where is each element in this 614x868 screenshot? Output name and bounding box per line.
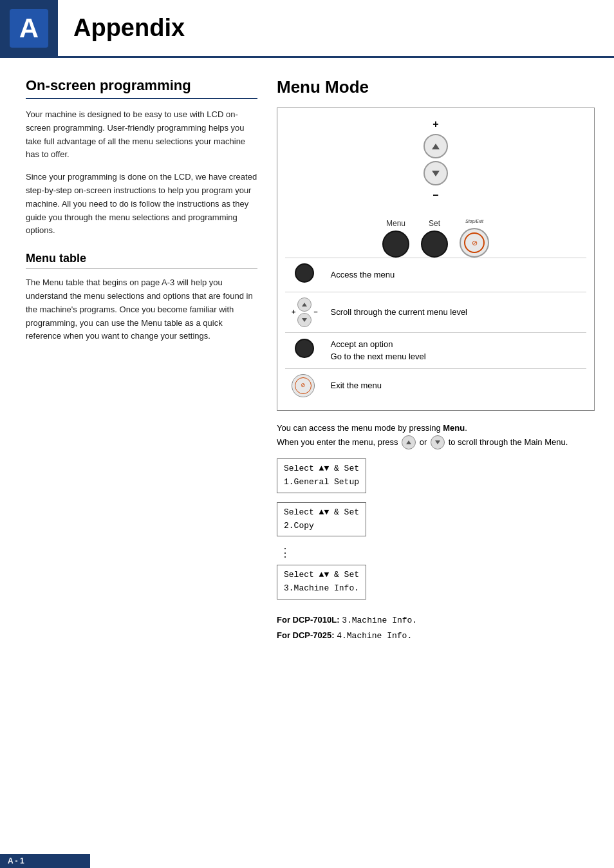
- buttons-illustration: + –: [285, 118, 586, 207]
- stop-icon: ⊘: [472, 239, 478, 247]
- main-content: On-screen programming Your machine is de…: [0, 58, 614, 663]
- header-letter-box: A: [0, 0, 58, 56]
- down-button[interactable]: [423, 161, 448, 185]
- stop-exit-button[interactable]: ⊘: [460, 228, 489, 258]
- page-title: Appendix: [73, 14, 185, 42]
- header-title-box: Appendix: [58, 0, 185, 56]
- dcp7010l-code: 3.Machine Info.: [342, 616, 417, 625]
- updown-desc-cell: Scroll through the current menu level: [324, 292, 586, 332]
- body-text-2: Since your programming is done on the LC…: [26, 171, 257, 238]
- left-column: On-screen programming Your machine is de…: [26, 77, 257, 644]
- scroll-text-2: or: [417, 437, 429, 447]
- table-row-updown: + – Scroll throu: [285, 292, 586, 332]
- header: A Appendix: [0, 0, 614, 58]
- menu-table-body: The Menu table that begins on page A-3 w…: [26, 276, 257, 343]
- menu-icon-cell: [285, 258, 324, 292]
- footer-notes: For DCP-7010L: 3.Machine Info. For DCP-7…: [277, 612, 595, 644]
- stop-inner-small: ⊘: [295, 377, 312, 394]
- set-button-label: Set: [429, 219, 440, 228]
- menu-icon: [295, 263, 314, 283]
- menu-desc-cell: Access the menu: [324, 258, 586, 292]
- stop-inner-ring: ⊘: [464, 232, 485, 253]
- lcd-display-3: Select ▲▼ & Set 3.Machine Info.: [277, 565, 366, 599]
- inline-up-icon: [406, 440, 411, 444]
- body-text-1: Your machine is designed to be easy to u…: [26, 108, 257, 162]
- plus-minus-col: + –: [423, 118, 448, 201]
- scroll-text-1: When you enter the menu, press: [277, 437, 400, 447]
- down-small-button: [297, 313, 312, 327]
- set-icon-cell: [285, 332, 324, 368]
- menu-mode-diagram: + – Menu Set: [277, 108, 595, 411]
- up-arrow-icon: [432, 144, 440, 149]
- dcp7010l-label: For DCP-7010L:: [277, 615, 342, 625]
- stop-small-icon: ⊘: [301, 381, 306, 390]
- lcd-display-2: Select ▲▼ & Set 2.Copy: [277, 502, 366, 537]
- stop-desc-cell: Exit the menu: [324, 368, 586, 402]
- stop-icon-cell: ⊘: [285, 368, 324, 402]
- access-text-2: .: [465, 423, 467, 433]
- inline-up-button: [402, 435, 416, 449]
- down-small-icon: [302, 318, 307, 322]
- page-footer: A - 1: [0, 854, 90, 868]
- onscreen-section-title: On-screen programming: [26, 77, 257, 99]
- set-icon: [295, 339, 314, 358]
- table-row-menu: Access the menu: [285, 258, 586, 292]
- lcd-display-1: Select ▲▼ & Set 1.General Setup: [277, 458, 366, 493]
- header-letter: A: [10, 9, 48, 48]
- scroll-text-3: to scroll through the Main Menu.: [446, 437, 568, 447]
- footer-dcp7010l-line: For DCP-7010L: 3.Machine Info.: [277, 612, 595, 628]
- table-row-stop: ⊘ Exit the menu: [285, 368, 586, 402]
- down-arrow-icon: [432, 171, 440, 176]
- plus-label: +: [433, 118, 438, 130]
- minus-label: –: [433, 189, 439, 201]
- dcp7025-label: For DCP-7025:: [277, 630, 337, 640]
- updown-icon-cell: + –: [285, 292, 324, 332]
- stop-exit-icon: ⊘: [292, 374, 315, 397]
- table-row-set: Accept an optionGo to the next menu leve…: [285, 332, 586, 368]
- inline-down-button: [431, 435, 445, 449]
- menu-button-col: Menu: [382, 219, 409, 258]
- up-button[interactable]: [423, 134, 448, 158]
- lcd-section-3: Select ▲▼ & Set 3.Machine Info.: [277, 565, 595, 605]
- menu-access-paragraph: You can access the menu mode by pressing…: [277, 421, 595, 450]
- inline-down-icon: [435, 440, 440, 444]
- up-small-icon: [302, 303, 307, 307]
- lcd-section-1: Select ▲▼ & Set 1.General Setup: [277, 458, 595, 498]
- menu-button[interactable]: [382, 231, 409, 258]
- set-button-col: Set: [421, 219, 448, 258]
- set-desc-cell: Accept an optionGo to the next menu leve…: [324, 332, 586, 368]
- dcp7025-code: 4.Machine Info.: [337, 631, 412, 641]
- stop-exit-label: Stop/Exit: [465, 219, 483, 223]
- menu-table: Access the menu +: [285, 258, 586, 402]
- updown-icon: [297, 297, 312, 327]
- page-number: A - 1: [8, 856, 24, 865]
- up-small-button: [297, 297, 312, 312]
- menu-mode-title: Menu Mode: [277, 77, 595, 97]
- menu-bold: Menu: [443, 423, 465, 433]
- stop-exit-button-col: Stop/Exit ⊘: [460, 228, 489, 258]
- menu-table-subtitle: Menu table: [26, 252, 257, 269]
- lcd-section-2: Select ▲▼ & Set 2.Copy: [277, 502, 595, 542]
- right-column: Menu Mode + – Menu: [277, 77, 595, 644]
- access-text-1: You can access the menu mode by pressing: [277, 423, 443, 433]
- footer-dcp7025-line: For DCP-7025: 4.Machine Info.: [277, 628, 595, 643]
- menu-set-row: Menu Set Stop/Exit ⊘: [285, 219, 586, 258]
- menu-button-label: Menu: [386, 219, 405, 228]
- ellipsis: ⋮: [279, 545, 595, 560]
- set-button[interactable]: [421, 231, 448, 258]
